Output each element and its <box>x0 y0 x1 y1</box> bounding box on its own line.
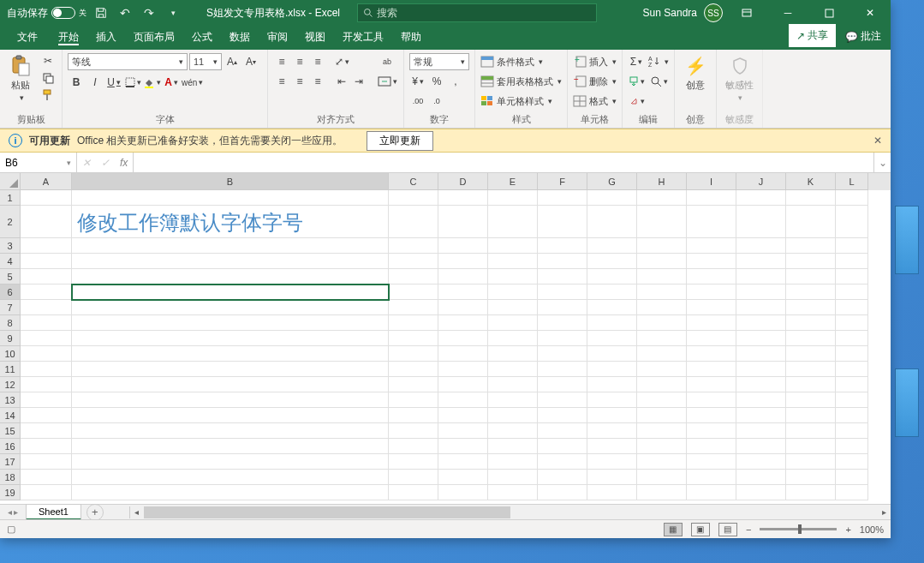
cell-B10[interactable] <box>72 346 389 362</box>
cell-B14[interactable] <box>72 408 389 423</box>
cell-E2[interactable] <box>488 206 538 238</box>
comma-icon[interactable]: , <box>447 73 464 90</box>
cell-F12[interactable] <box>538 377 587 392</box>
cell-G6[interactable] <box>587 284 637 300</box>
cell-B16[interactable] <box>72 439 389 454</box>
cell-A6[interactable] <box>21 284 72 300</box>
save-icon[interactable] <box>92 3 110 22</box>
paste-button[interactable]: 粘贴 ▾ <box>5 53 36 104</box>
increase-decimal-icon[interactable]: .00 <box>409 93 426 110</box>
cell-L1[interactable] <box>836 190 868 206</box>
border-button[interactable]: ▾ <box>124 74 141 91</box>
cell-G1[interactable] <box>587 190 637 206</box>
cell-I6[interactable] <box>687 284 736 300</box>
cell-L9[interactable] <box>836 331 868 346</box>
cell-H15[interactable] <box>637 423 687 439</box>
cell-I13[interactable] <box>687 392 736 408</box>
cell-B12[interactable] <box>72 377 389 392</box>
close-button[interactable]: ✕ <box>853 0 887 26</box>
cell-E17[interactable] <box>488 454 538 470</box>
cell-J19[interactable] <box>736 485 786 500</box>
cell-C12[interactable] <box>389 377 438 392</box>
cell-L11[interactable] <box>836 362 868 377</box>
italic-button[interactable]: I <box>86 74 104 91</box>
cell-L7[interactable] <box>836 300 868 315</box>
cell-E11[interactable] <box>488 362 538 377</box>
insert-cells-button[interactable]: +插入▾ <box>573 53 617 70</box>
cell-K5[interactable] <box>786 269 836 284</box>
cell-F6[interactable] <box>538 284 587 300</box>
row-header-13[interactable]: 13 <box>0 392 21 408</box>
cell-G4[interactable] <box>587 254 637 269</box>
percent-icon[interactable]: % <box>428 73 445 90</box>
cell-A8[interactable] <box>21 315 72 331</box>
zoom-level[interactable]: 100% <box>860 524 884 535</box>
cell-F17[interactable] <box>538 454 587 470</box>
cell-C9[interactable] <box>389 331 438 346</box>
cell-D14[interactable] <box>438 408 488 423</box>
phonetic-button[interactable]: wén▾ <box>182 74 203 91</box>
row-header-19[interactable]: 19 <box>0 485 21 500</box>
cell-A13[interactable] <box>21 392 72 408</box>
row-header-12[interactable]: 12 <box>0 377 21 392</box>
fill-icon[interactable]: ▾ <box>628 73 645 90</box>
cell-L8[interactable] <box>836 315 868 331</box>
maximize-button[interactable] <box>812 0 846 26</box>
cell-F3[interactable] <box>538 238 587 254</box>
fill-color-button[interactable]: ▾ <box>143 74 161 91</box>
cell-I8[interactable] <box>687 315 736 331</box>
tab-formulas[interactable]: 公式 <box>183 26 221 50</box>
orientation-icon[interactable]: ⤢▾ <box>333 53 350 70</box>
cell-D17[interactable] <box>438 454 488 470</box>
sensitivity-button[interactable]: 敏感性▾ <box>722 53 757 104</box>
format-painter-icon[interactable] <box>39 87 57 103</box>
cell-D9[interactable] <box>438 331 488 346</box>
sheet-nav-icon[interactable]: ◂ ▸ <box>0 507 26 517</box>
name-box[interactable]: B6▾ <box>0 153 77 172</box>
bold-button[interactable]: B <box>68 74 85 91</box>
format-cells-button[interactable]: 格式▾ <box>573 93 617 110</box>
cell-I7[interactable] <box>687 300 736 315</box>
cell-J12[interactable] <box>736 377 786 392</box>
cell-I5[interactable] <box>687 269 736 284</box>
cell-D11[interactable] <box>438 362 488 377</box>
cell-D7[interactable] <box>438 300 488 315</box>
cell-K13[interactable] <box>786 392 836 408</box>
cell-C7[interactable] <box>389 300 438 315</box>
cell-I14[interactable] <box>687 408 736 423</box>
cell-F9[interactable] <box>538 331 587 346</box>
cell-K17[interactable] <box>786 454 836 470</box>
cell-A14[interactable] <box>21 408 72 423</box>
cell-K7[interactable] <box>786 300 836 315</box>
cell-I16[interactable] <box>687 439 736 454</box>
zoom-slider[interactable] <box>760 528 837 530</box>
cell-H10[interactable] <box>637 346 687 362</box>
cell-A7[interactable] <box>21 300 72 315</box>
cell-A17[interactable] <box>21 454 72 470</box>
align-center-icon[interactable]: ≡ <box>291 73 308 90</box>
tab-home[interactable]: 开始 <box>50 26 87 50</box>
cell-B1[interactable] <box>72 190 389 206</box>
autosum-icon[interactable]: Σ▾ <box>628 53 645 70</box>
ribbon-display-icon[interactable] <box>730 0 764 26</box>
row-header-14[interactable]: 14 <box>0 408 21 423</box>
cell-H1[interactable] <box>637 190 687 206</box>
cell-C16[interactable] <box>389 439 438 454</box>
cell-F7[interactable] <box>538 300 587 315</box>
cell-B7[interactable] <box>72 300 389 315</box>
cell-C6[interactable] <box>389 284 438 300</box>
cell-J7[interactable] <box>736 300 786 315</box>
col-header-G[interactable]: G <box>587 173 637 190</box>
cell-K16[interactable] <box>786 439 836 454</box>
cell-K2[interactable] <box>786 206 836 238</box>
underline-button[interactable]: U▾ <box>105 74 122 91</box>
clear-icon[interactable]: ▾ <box>628 93 645 110</box>
cell-G2[interactable] <box>587 206 637 238</box>
cell-K4[interactable] <box>786 254 836 269</box>
cell-I9[interactable] <box>687 331 736 346</box>
cell-K12[interactable] <box>786 377 836 392</box>
cell-H4[interactable] <box>637 254 687 269</box>
cell-A15[interactable] <box>21 423 72 439</box>
cell-L16[interactable] <box>836 439 868 454</box>
cell-L18[interactable] <box>836 470 868 485</box>
